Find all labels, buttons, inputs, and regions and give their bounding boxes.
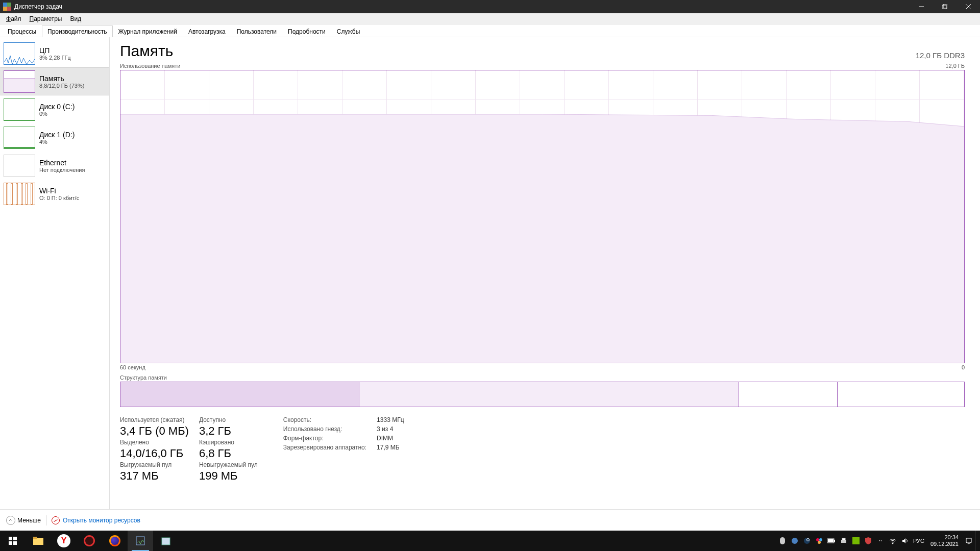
tray-nvidia-icon[interactable] bbox=[850, 531, 862, 551]
taskbar-clock[interactable]: 20:34 09.12.2021 bbox=[926, 534, 963, 547]
tab-processes[interactable]: Процессы bbox=[2, 26, 42, 37]
tab-services[interactable]: Службы bbox=[331, 26, 365, 37]
memory-segment-in_use bbox=[120, 382, 359, 407]
tab-details[interactable]: Подробности bbox=[282, 26, 331, 37]
svg-rect-2 bbox=[942, 5, 946, 9]
tab-performance[interactable]: Производительность bbox=[42, 26, 112, 37]
tray-color-icon[interactable] bbox=[813, 531, 825, 551]
svg-rect-24 bbox=[842, 538, 845, 540]
minimize-button[interactable] bbox=[910, 0, 933, 13]
tray-steam-icon[interactable] bbox=[801, 531, 813, 551]
sidebar-item-cpu[interactable]: ЦП 3% 2,28 ГГц bbox=[0, 39, 109, 67]
stat-avail-label: Доступно bbox=[199, 416, 258, 423]
sidebar-item-disk1[interactable]: Диск 1 (D:) 4% bbox=[0, 123, 109, 152]
taskbar-yandex[interactable]: Y bbox=[51, 531, 77, 551]
svg-point-14 bbox=[792, 538, 798, 544]
sidebar-item-ethernet[interactable]: Ethernet Нет подключения bbox=[0, 152, 109, 180]
tray-lang[interactable]: РУС bbox=[911, 531, 926, 551]
svg-marker-5 bbox=[120, 114, 964, 363]
chart-usage-max: 12,0 ГБ bbox=[945, 63, 965, 69]
sidebar-item-disk0[interactable]: Диск 0 (C:) 0% bbox=[0, 95, 109, 123]
tray-volume-icon[interactable] bbox=[899, 531, 911, 551]
resmon-icon bbox=[52, 516, 60, 524]
info-slots-value: 3 из 4 bbox=[377, 425, 404, 433]
info-speed-value: 1333 МГц bbox=[377, 416, 404, 423]
taskbar-explorer[interactable] bbox=[26, 531, 51, 551]
stat-nonpaged-value: 199 МБ bbox=[199, 469, 258, 483]
ethernet-name: Ethernet bbox=[39, 159, 85, 167]
bottombar: Меньше Открыть монитор ресурсов bbox=[0, 509, 980, 531]
taskbar-date: 09.12.2021 bbox=[930, 541, 959, 547]
stat-avail-value: 3,2 ГБ bbox=[199, 424, 258, 438]
taskbar-taskmgr[interactable] bbox=[128, 531, 153, 551]
svg-rect-11 bbox=[33, 537, 37, 539]
disk0-thumbnail bbox=[4, 98, 35, 121]
tray-globe-icon[interactable] bbox=[789, 531, 801, 551]
fewer-details-button[interactable]: Меньше bbox=[6, 516, 41, 525]
disk1-sub: 4% bbox=[39, 139, 75, 145]
sidebar-item-wifi[interactable]: Wi-Fi О: 0 П: 0 кбит/с bbox=[0, 180, 109, 208]
taskbar-time: 20:34 bbox=[930, 534, 959, 541]
taskbar-opera[interactable] bbox=[77, 531, 102, 551]
svg-rect-1 bbox=[943, 4, 947, 8]
menu-file[interactable]: Файл bbox=[2, 14, 26, 23]
tray-notifications-icon[interactable] bbox=[963, 531, 975, 551]
menu-options[interactable]: Параметры bbox=[26, 14, 66, 23]
start-button[interactable] bbox=[0, 531, 26, 551]
tab-users[interactable]: Пользователи bbox=[231, 26, 282, 37]
memory-sub: 8,8/12,0 ГБ (73%) bbox=[39, 83, 84, 89]
menu-view[interactable]: Вид bbox=[66, 14, 85, 23]
tab-app-history[interactable]: Журнал приложений bbox=[113, 26, 183, 37]
svg-point-19 bbox=[818, 541, 821, 544]
menu-view-label: Вид bbox=[70, 15, 81, 22]
chart-usage-label: Использование памяти bbox=[120, 63, 180, 69]
disk1-thumbnail bbox=[4, 127, 35, 149]
taskbar: Y РУС 20:34 09.12.2021 bbox=[0, 531, 980, 551]
stat-inuse-value: 3,4 ГБ (0 МБ) bbox=[120, 424, 189, 438]
stat-cached-value: 6,8 ГБ bbox=[199, 447, 258, 460]
info-form-value: DIMM bbox=[377, 435, 404, 442]
memory-segment-free bbox=[838, 382, 964, 407]
svg-point-17 bbox=[816, 538, 819, 541]
ethernet-thumbnail bbox=[4, 155, 35, 177]
memory-name: Память bbox=[39, 74, 84, 83]
chevron-up-icon bbox=[6, 516, 15, 525]
resmon-label: Открыть монитор ресурсов bbox=[63, 517, 140, 524]
stat-paged-label: Выгружаемый пул bbox=[120, 461, 189, 468]
fewer-details-label: Меньше bbox=[17, 517, 41, 524]
info-reserved-label: Зарезервировано аппаратно: bbox=[283, 444, 366, 451]
page-title: Память bbox=[120, 42, 174, 60]
disk0-sub: 0% bbox=[39, 111, 75, 117]
maximize-button[interactable] bbox=[933, 0, 957, 13]
tab-startup[interactable]: Автозагрузка bbox=[183, 26, 231, 37]
app-icon bbox=[3, 3, 11, 11]
taskbar-app[interactable] bbox=[153, 531, 179, 551]
svg-rect-7 bbox=[13, 537, 17, 540]
stat-paged-value: 317 МБ bbox=[120, 469, 189, 483]
svg-rect-6 bbox=[9, 537, 12, 540]
stat-nonpaged-label: Невыгружаемый пул bbox=[199, 461, 258, 468]
tabstrip: Процессы Производительность Журнал прило… bbox=[0, 24, 980, 37]
titlebar: Диспетчер задач bbox=[0, 0, 980, 13]
tray-overflow-icon[interactable] bbox=[874, 531, 887, 551]
tray-battery-icon[interactable] bbox=[825, 531, 838, 551]
memory-thumbnail bbox=[4, 70, 35, 93]
menubar: Файл Параметры Вид bbox=[0, 13, 980, 24]
sidebar-item-memory[interactable]: Память 8,8/12,0 ГБ (73%) bbox=[0, 67, 109, 95]
show-desktop-button[interactable] bbox=[975, 531, 979, 551]
ethernet-sub: Нет подключения bbox=[39, 167, 85, 173]
svg-rect-9 bbox=[13, 541, 17, 545]
tray-printer-icon[interactable] bbox=[838, 531, 850, 551]
menu-file-label: Ф bbox=[6, 15, 11, 22]
tray-game-icon[interactable] bbox=[776, 531, 789, 551]
stat-cached-label: Кэшировано bbox=[199, 439, 258, 446]
open-resource-monitor-link[interactable]: Открыть монитор ресурсов bbox=[52, 516, 140, 524]
tray-shield-icon[interactable] bbox=[862, 531, 874, 551]
tray-wifi-icon[interactable] bbox=[887, 531, 899, 551]
close-button[interactable] bbox=[957, 0, 980, 13]
stat-inuse-label: Используется (сжатая) bbox=[120, 416, 189, 423]
stat-committed-label: Выделено bbox=[120, 439, 189, 446]
memory-structure-bar bbox=[120, 382, 965, 407]
info-form-label: Форм-фактор: bbox=[283, 435, 366, 442]
taskbar-firefox[interactable] bbox=[102, 531, 128, 551]
